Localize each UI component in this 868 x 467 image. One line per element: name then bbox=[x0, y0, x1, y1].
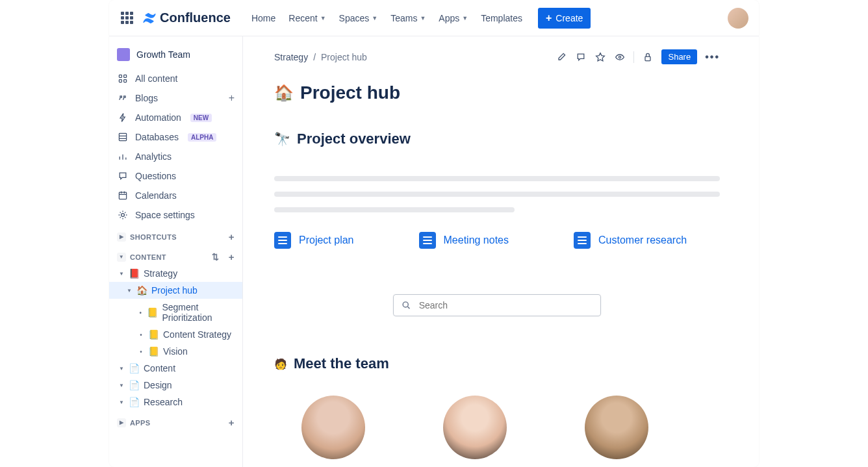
star-icon[interactable] bbox=[594, 51, 606, 63]
expand-shortcuts-icon[interactable]: ▶ bbox=[117, 233, 126, 242]
nav-templates[interactable]: Templates bbox=[476, 9, 528, 27]
svg-point-14 bbox=[121, 214, 125, 217]
tree-item-project-hub[interactable]: ▼ 🏠 Project hub bbox=[109, 282, 242, 299]
space-name: Growth Team bbox=[136, 49, 190, 60]
sidebar-item-automation[interactable]: Automation NEW bbox=[109, 108, 242, 127]
tree-item-design[interactable]: ▼ 📄 Design bbox=[109, 377, 242, 394]
breadcrumb-current: Project hub bbox=[321, 52, 367, 62]
app-switcher-icon[interactable] bbox=[120, 10, 135, 26]
tree-item-vision[interactable]: • 📒 Vision bbox=[109, 343, 242, 360]
tree-item-content-strategy[interactable]: • 📒 Content Strategy bbox=[109, 326, 242, 343]
create-button[interactable]: +Create bbox=[538, 8, 591, 29]
tree-item-segment-prioritization[interactable]: • 📒 Segment Prioritization bbox=[109, 299, 242, 326]
person-icon: 🧑 bbox=[274, 358, 287, 370]
add-blog-icon[interactable]: + bbox=[229, 92, 235, 104]
nav-apps[interactable]: Apps▼ bbox=[433, 9, 473, 27]
tree-item-content[interactable]: ▼ 📄 Content bbox=[109, 360, 242, 377]
svg-rect-4 bbox=[119, 133, 126, 140]
sidebar-item-all-content[interactable]: All content bbox=[109, 69, 242, 88]
brand-name: Confluence bbox=[160, 10, 231, 25]
document-icon bbox=[574, 232, 591, 249]
sidebar-item-blogs[interactable]: Blogs + bbox=[109, 88, 242, 108]
telescope-icon: 🔭 bbox=[274, 131, 290, 147]
database-icon bbox=[117, 131, 129, 143]
team-avatar[interactable] bbox=[585, 396, 648, 459]
chevron-down-icon: ▼ bbox=[320, 15, 326, 21]
svg-rect-16 bbox=[645, 57, 650, 60]
confluence-mark-icon bbox=[142, 10, 157, 26]
chevron-down-icon[interactable]: ▼ bbox=[118, 399, 125, 405]
search-box[interactable] bbox=[393, 294, 601, 316]
space-icon bbox=[117, 48, 130, 61]
sidebar-item-calendars[interactable]: Calendars bbox=[109, 186, 242, 205]
house-icon: 🏠 bbox=[274, 84, 294, 102]
quick-link-meeting-notes[interactable]: Meeting notes bbox=[419, 232, 509, 249]
expand-apps-icon[interactable]: ▶ bbox=[117, 418, 126, 427]
chevron-down-icon[interactable]: ▼ bbox=[118, 271, 125, 277]
alpha-badge: ALPHA bbox=[188, 133, 216, 142]
user-avatar[interactable] bbox=[728, 8, 748, 29]
more-actions-icon[interactable]: ••• bbox=[705, 51, 720, 63]
tree-item-strategy[interactable]: ▼ 📕 Strategy bbox=[109, 265, 242, 282]
filter-icon[interactable]: ⇅ bbox=[212, 252, 219, 262]
notebook-icon: 📒 bbox=[147, 307, 158, 318]
add-content-icon[interactable]: + bbox=[229, 251, 235, 262]
chevron-down-icon[interactable]: ▼ bbox=[126, 288, 133, 294]
grid-icon bbox=[117, 73, 129, 84]
section-apps: ▶ APPS + bbox=[109, 410, 242, 431]
chat-icon bbox=[117, 170, 129, 182]
sidebar-item-space-settings[interactable]: Space settings bbox=[109, 205, 242, 225]
document-icon bbox=[274, 232, 291, 249]
gear-icon bbox=[117, 209, 129, 221]
quick-link-customer-research[interactable]: Customer research bbox=[574, 232, 687, 249]
page-actions: Share ••• bbox=[555, 49, 720, 64]
breadcrumb-parent[interactable]: Strategy bbox=[274, 52, 308, 62]
lock-icon[interactable] bbox=[642, 51, 654, 63]
watch-icon[interactable] bbox=[614, 51, 626, 63]
main-content: Strategy / Project hub Share ••• bbox=[243, 36, 759, 467]
chevron-down-icon[interactable]: ▼ bbox=[118, 366, 125, 372]
section-shortcuts: ▶ SHORTCUTS + bbox=[109, 225, 242, 245]
nav-teams[interactable]: Teams▼ bbox=[385, 9, 431, 27]
chevron-down-icon: ▼ bbox=[420, 15, 426, 21]
nav-recent[interactable]: Recent▼ bbox=[283, 9, 331, 27]
collapse-content-icon[interactable]: ▼ bbox=[117, 253, 126, 262]
svg-point-17 bbox=[403, 302, 408, 307]
chevron-down-icon: ▼ bbox=[462, 15, 468, 21]
sidebar-item-databases[interactable]: Databases ALPHA bbox=[109, 127, 242, 147]
nav-home[interactable]: Home bbox=[246, 9, 281, 27]
page-icon: 📄 bbox=[129, 397, 140, 407]
top-navigation: Confluence Home Recent▼ Spaces▼ Teams▼ A… bbox=[109, 0, 759, 36]
comment-icon[interactable] bbox=[575, 51, 587, 63]
bolt-icon bbox=[117, 112, 129, 123]
chevron-down-icon: ▼ bbox=[372, 15, 377, 21]
search-input[interactable] bbox=[418, 299, 593, 311]
svg-rect-1 bbox=[124, 75, 127, 77]
add-shortcut-icon[interactable]: + bbox=[229, 231, 235, 242]
team-avatar[interactable] bbox=[301, 396, 365, 459]
confluence-logo[interactable]: Confluence bbox=[142, 10, 231, 26]
svg-line-18 bbox=[408, 307, 410, 309]
chevron-down-icon[interactable]: ▼ bbox=[118, 383, 125, 388]
nav-spaces[interactable]: Spaces▼ bbox=[334, 9, 383, 27]
sidebar: Growth Team All content Blogs + Automati… bbox=[109, 36, 243, 467]
space-header[interactable]: Growth Team bbox=[109, 45, 242, 69]
sidebar-item-analytics[interactable]: Analytics bbox=[109, 147, 242, 166]
notebook-icon: 📒 bbox=[148, 346, 159, 357]
add-app-icon[interactable]: + bbox=[229, 417, 235, 428]
share-button[interactable]: Share bbox=[661, 49, 697, 64]
breadcrumb: Strategy / Project hub bbox=[274, 52, 367, 62]
edit-icon[interactable] bbox=[555, 51, 567, 63]
book-icon: 📕 bbox=[129, 268, 140, 279]
svg-point-15 bbox=[619, 56, 621, 58]
page-icon: 📄 bbox=[129, 380, 140, 390]
placeholder-text bbox=[274, 176, 720, 212]
notebook-icon: 📒 bbox=[148, 329, 159, 340]
team-members bbox=[274, 396, 720, 459]
svg-rect-0 bbox=[119, 75, 121, 77]
sidebar-item-questions[interactable]: Questions bbox=[109, 166, 242, 186]
quick-link-project-plan[interactable]: Project plan bbox=[274, 232, 354, 249]
page-icon: 📄 bbox=[129, 363, 140, 373]
tree-item-research[interactable]: ▼ 📄 Research bbox=[109, 394, 242, 410]
team-avatar[interactable] bbox=[443, 396, 507, 459]
